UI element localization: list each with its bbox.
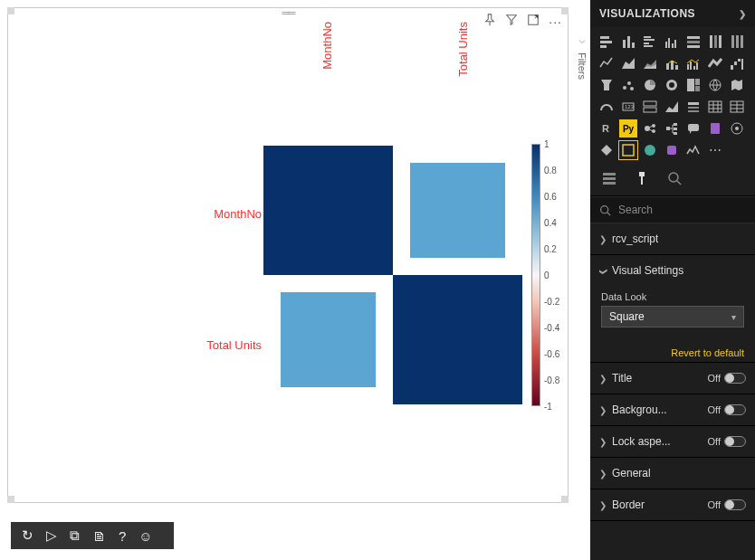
more-options-icon[interactable]: ··· xyxy=(549,15,562,28)
slicer-icon[interactable] xyxy=(684,98,702,116)
x-axis-label: MonthNo xyxy=(320,22,333,70)
report-canvas-background: ══ ··· MonthNo Total Units MonthNo Total… xyxy=(0,0,590,560)
chevron-right-icon: ❯ xyxy=(599,234,607,244)
matrix-icon[interactable] xyxy=(728,98,746,116)
svg-rect-22 xyxy=(736,35,739,48)
get-more-visuals-icon[interactable]: ⋯ xyxy=(706,141,724,159)
paginated-icon[interactable] xyxy=(706,119,724,138)
waterfall-icon[interactable] xyxy=(728,54,746,72)
kpi-icon[interactable] xyxy=(663,98,681,116)
resize-handle-tl[interactable] xyxy=(7,7,14,14)
smile-icon[interactable]: ☺ xyxy=(139,528,152,544)
filled-map-icon[interactable] xyxy=(728,76,746,94)
svg-rect-11 xyxy=(665,42,667,48)
section-visual-settings[interactable]: ❯Visual Settings xyxy=(590,255,755,286)
colorbar-tick: -0.2 xyxy=(544,297,566,307)
clustered-bar-icon[interactable] xyxy=(641,33,659,51)
hundred-column-icon[interactable] xyxy=(728,33,746,51)
colorbar-tick: -1 xyxy=(544,402,566,412)
section-general[interactable]: ❯General xyxy=(590,458,755,489)
gauge-icon[interactable] xyxy=(597,98,616,116)
svg-rect-49 xyxy=(688,102,699,105)
python-visual-icon[interactable]: Py xyxy=(619,119,637,138)
svg-rect-12 xyxy=(668,38,670,48)
filter-icon[interactable] xyxy=(505,14,518,29)
svg-rect-66 xyxy=(623,145,634,156)
donut-icon[interactable] xyxy=(663,76,681,94)
svg-rect-25 xyxy=(671,61,674,70)
field-label: Data Look xyxy=(601,291,744,302)
svg-rect-62 xyxy=(688,124,699,131)
globe-icon[interactable] xyxy=(641,141,659,159)
heatmap-grid xyxy=(262,144,524,406)
fields-tab[interactable] xyxy=(601,170,617,186)
key-influencers-icon[interactable] xyxy=(641,119,659,138)
svg-point-36 xyxy=(627,81,631,85)
background-toggle[interactable]: Off xyxy=(708,404,746,415)
qa-icon[interactable] xyxy=(684,119,702,138)
border-toggle[interactable]: Off xyxy=(708,499,746,510)
stacked-column-icon[interactable] xyxy=(619,33,637,51)
data-look-dropdown[interactable]: Square ▾ xyxy=(601,306,744,327)
play-icon[interactable]: ▷ xyxy=(46,527,57,544)
pie-icon[interactable] xyxy=(641,76,659,94)
funnel-icon[interactable] xyxy=(597,76,616,94)
area-chart-icon[interactable] xyxy=(619,54,637,72)
stacked-bar100-icon[interactable] xyxy=(684,33,702,51)
ribbon-chart-icon[interactable] xyxy=(706,54,724,72)
svg-point-55 xyxy=(645,126,650,131)
section-title[interactable]: ❯Title Off xyxy=(590,363,755,394)
table-icon[interactable] xyxy=(706,98,724,116)
stacked-area-icon[interactable] xyxy=(641,54,659,72)
revert-to-default-link[interactable]: Revert to default xyxy=(590,338,755,362)
map-icon[interactable] xyxy=(706,76,724,94)
powerapps-icon[interactable] xyxy=(597,141,616,159)
svg-rect-27 xyxy=(687,64,689,70)
card-icon[interactable]: 123 xyxy=(619,98,637,116)
section-lock-aspect[interactable]: ❯Lock aspe... Off xyxy=(590,426,755,457)
focus-mode-icon[interactable] xyxy=(527,14,540,29)
scatter-icon[interactable] xyxy=(619,76,637,94)
heatmap-cell xyxy=(393,275,522,404)
visual-container[interactable]: ══ ··· MonthNo Total Units MonthNo Total… xyxy=(7,7,569,503)
help-icon[interactable]: ? xyxy=(119,528,126,544)
resize-handle-br[interactable] xyxy=(561,496,569,503)
svg-rect-30 xyxy=(696,62,698,70)
stacked-bar-icon[interactable] xyxy=(597,33,616,51)
lock-aspect-toggle[interactable]: Off xyxy=(708,436,746,447)
r-visual-icon[interactable]: R xyxy=(597,119,616,138)
custom-visual-selected-icon[interactable] xyxy=(619,141,637,159)
clustered-column-icon[interactable] xyxy=(663,33,681,51)
pin-icon[interactable] xyxy=(483,14,496,29)
line-clustered-icon[interactable] xyxy=(684,54,702,72)
section-border[interactable]: ❯Border Off xyxy=(590,489,755,520)
decomposition-icon[interactable] xyxy=(663,119,681,138)
sparkline-icon[interactable] xyxy=(684,141,702,159)
line-column-icon[interactable] xyxy=(663,54,681,72)
title-toggle[interactable]: Off xyxy=(708,373,746,384)
svg-rect-19 xyxy=(714,35,717,48)
treemap-icon[interactable] xyxy=(684,76,702,94)
automate-icon[interactable] xyxy=(663,141,681,159)
arcgis-icon[interactable] xyxy=(728,119,746,138)
analytics-tab[interactable] xyxy=(666,170,683,186)
multi-card-icon[interactable] xyxy=(641,98,659,116)
section-rcv-script[interactable]: ❯rcv_script xyxy=(590,223,755,254)
resize-handle-tr[interactable] xyxy=(561,7,569,14)
pane-header[interactable]: VISUALIZATIONS ❯ xyxy=(590,0,755,27)
colorbar-tick: 0.6 xyxy=(544,192,566,202)
search-icon xyxy=(599,204,611,216)
filters-pane-tab[interactable]: Filters xyxy=(575,36,589,80)
copy-icon[interactable]: ⧉ xyxy=(70,527,80,544)
svg-rect-31 xyxy=(731,65,733,70)
format-tab[interactable] xyxy=(634,170,650,186)
search-box[interactable]: Search xyxy=(590,196,755,223)
refresh-icon[interactable]: ↻ xyxy=(22,527,33,544)
section-background[interactable]: ❯Backgrou... Off xyxy=(590,394,755,425)
line-chart-icon[interactable] xyxy=(597,54,616,72)
stacked-column100-icon[interactable] xyxy=(706,33,724,51)
chevron-right-icon[interactable]: ❯ xyxy=(739,9,747,19)
drag-grip-icon[interactable]: ══ xyxy=(282,8,293,17)
resize-handle-bl[interactable] xyxy=(7,496,14,503)
page-icon[interactable]: 🗎 xyxy=(92,528,106,544)
